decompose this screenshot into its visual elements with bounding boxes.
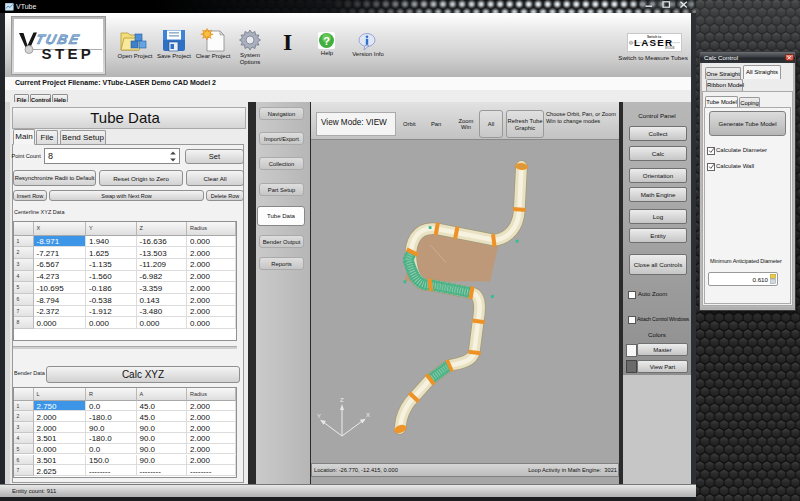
svg-text:STEP: STEP	[42, 45, 95, 62]
svg-text:Z: Z	[340, 397, 344, 403]
svg-text:MODE: MODE	[665, 46, 675, 50]
svg-text:?: ?	[323, 35, 330, 47]
svg-text:X: X	[366, 412, 370, 418]
svg-text:Y: Y	[317, 413, 321, 419]
